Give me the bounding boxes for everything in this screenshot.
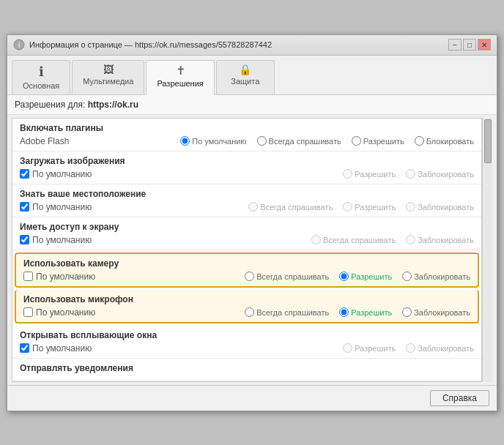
screen-block[interactable]: Заблокировать — [406, 235, 474, 244]
flash-always-ask-radio[interactable] — [257, 136, 267, 146]
flash-label: Adobe Flash — [20, 136, 108, 146]
microphone-default-checkbox[interactable] — [23, 307, 33, 317]
camera-default-checkbox-label[interactable]: По умолчанию — [23, 272, 95, 282]
section-microphone: Использовать микрофон По умолчанию Всегд… — [15, 290, 479, 324]
perm-row-flash: Adobe Flash По умолчанию Всегда спрашива… — [20, 136, 474, 146]
camera-always-ask-label: Всегда спрашивать — [256, 272, 329, 281]
camera-allow[interactable]: Разрешить — [339, 272, 392, 281]
camera-always-ask-radio[interactable] — [245, 272, 254, 281]
screen-default-checkbox-label[interactable]: По умолчанию — [20, 235, 92, 245]
tab-media-label: Мультимедиа — [83, 77, 133, 86]
camera-always-ask[interactable]: Всегда спрашивать — [245, 272, 329, 281]
location-allow-radio[interactable] — [343, 202, 352, 212]
url-value: https://ok.ru — [88, 100, 138, 110]
microphone-block[interactable]: Заблокировать — [402, 307, 470, 317]
screen-block-label: Заблокировать — [418, 236, 474, 244]
camera-default-checkbox[interactable] — [23, 272, 33, 281]
perm-row-popups: По умолчанию Разрешить Заблокировать — [20, 343, 474, 354]
flash-allow-radio[interactable] — [352, 136, 361, 146]
images-block-label: Заблокировать — [418, 170, 474, 179]
location-block-radio[interactable] — [406, 202, 415, 212]
section-images-title: Загружать изображения — [20, 156, 474, 166]
tab-security-icon: 🔒 — [239, 64, 251, 75]
microphone-allow[interactable]: Разрешить — [339, 307, 392, 317]
images-block-radio[interactable] — [406, 169, 415, 179]
microphone-always-ask-label: Всегда спрашивать — [256, 308, 329, 317]
images-block[interactable]: Заблокировать — [406, 169, 474, 179]
flash-block-radio[interactable] — [415, 136, 424, 146]
popups-allow[interactable]: Разрешить — [343, 343, 396, 353]
section-notifications: Отправлять уведомления — [12, 359, 481, 381]
location-always-ask[interactable]: Всегда спрашивать — [248, 202, 333, 212]
tabs-bar: ℹ Основная 🖼 Мультимедиа ✝ Разрешения 🔒 … — [7, 56, 497, 95]
section-plugins-title: Включать плагины — [20, 123, 474, 133]
titlebar: i Информация о странице — https://ok.ru/… — [7, 35, 497, 56]
location-block[interactable]: Заблокировать — [406, 202, 474, 212]
location-always-ask-radio[interactable] — [248, 202, 258, 212]
tab-basic[interactable]: ℹ Основная — [12, 60, 70, 94]
tab-permissions[interactable]: ✝ Разрешения — [146, 60, 214, 95]
camera-options: Всегда спрашивать Разрешить Заблокироват… — [101, 272, 470, 281]
popups-block-radio[interactable] — [406, 343, 415, 353]
microphone-default-checkbox-label[interactable]: По умолчанию — [23, 307, 95, 318]
window-icon: i — [13, 39, 25, 51]
flash-always-ask-label: Всегда спрашивать — [269, 137, 341, 146]
flash-default-radio[interactable] — [180, 136, 190, 146]
flash-block[interactable]: Блокировать — [415, 136, 474, 146]
location-allow-label: Разрешить — [355, 203, 396, 212]
popups-block[interactable]: Заблокировать — [406, 343, 474, 353]
tab-media[interactable]: 🖼 Мультимедиа — [72, 60, 144, 94]
section-notifications-title: Отправлять уведомления — [20, 363, 474, 373]
images-default-checkbox[interactable] — [20, 169, 29, 179]
images-default-checkbox-label[interactable]: По умолчанию — [20, 169, 92, 179]
section-popups: Открывать всплывающие окна По умолчанию … — [12, 326, 481, 359]
camera-allow-label: Разрешить — [351, 272, 392, 281]
screen-block-radio[interactable] — [406, 235, 415, 244]
close-button[interactable]: ✕ — [478, 39, 491, 51]
url-bar: Разрешения для: https://ok.ru — [7, 95, 497, 115]
scrollbar-thumb[interactable] — [484, 119, 492, 163]
images-allow-radio[interactable] — [343, 169, 352, 179]
location-block-label: Заблокировать — [418, 203, 474, 212]
help-button[interactable]: Справка — [430, 390, 489, 406]
minimize-button[interactable]: − — [448, 39, 462, 51]
flash-allow[interactable]: Разрешить — [352, 136, 404, 146]
screen-always-ask-radio[interactable] — [311, 235, 321, 244]
section-screen: Иметь доступ к экрану По умолчанию Всегд… — [12, 217, 481, 250]
camera-block-radio[interactable] — [402, 272, 412, 281]
camera-block[interactable]: Заблокировать — [402, 272, 470, 281]
location-default-checkbox-label[interactable]: По умолчанию — [20, 202, 92, 212]
section-location: Знать ваше местоположение По умолчанию В… — [12, 184, 481, 217]
tab-basic-icon: ℹ — [39, 64, 44, 80]
flash-always-ask[interactable]: Всегда спрашивать — [257, 136, 341, 146]
location-allow[interactable]: Разрешить — [343, 202, 396, 212]
popups-default-checkbox[interactable] — [20, 343, 29, 353]
maximize-button[interactable]: □ — [463, 39, 476, 51]
images-allow-label: Разрешить — [355, 170, 396, 179]
section-plugins: Включать плагины Adobe Flash По умолчани… — [12, 119, 481, 152]
content-area: Включать плагины Adobe Flash По умолчани… — [7, 115, 497, 385]
popups-allow-radio[interactable] — [343, 343, 352, 353]
tab-permissions-label: Разрешения — [157, 79, 203, 88]
screen-always-ask-label: Всегда спрашивать — [323, 236, 396, 244]
screen-always-ask[interactable]: Всегда спрашивать — [311, 235, 396, 244]
popups-default-checkbox-label[interactable]: По умолчанию — [20, 343, 92, 354]
section-microphone-title: Использовать микрофон — [23, 294, 470, 304]
scrollbar-track[interactable] — [482, 118, 492, 382]
microphone-always-ask-radio[interactable] — [245, 307, 254, 317]
svg-text:i: i — [18, 41, 20, 49]
tab-security-label: Защита — [231, 77, 259, 86]
tab-security[interactable]: 🔒 Защита — [216, 60, 275, 94]
permissions-list: Включать плагины Adobe Flash По умолчани… — [12, 118, 482, 382]
camera-default-label: По умолчанию — [36, 272, 95, 282]
images-allow[interactable]: Разрешить — [343, 169, 396, 179]
perm-row-camera: По умолчанию Всегда спрашивать Разрешить — [23, 272, 470, 282]
location-default-checkbox[interactable] — [20, 202, 29, 212]
microphone-block-radio[interactable] — [402, 307, 412, 317]
section-images: Загружать изображения По умолчанию Разре… — [12, 152, 481, 184]
flash-default[interactable]: По умолчанию — [180, 136, 246, 146]
microphone-allow-radio[interactable] — [339, 307, 349, 317]
screen-default-checkbox[interactable] — [20, 235, 29, 244]
camera-allow-radio[interactable] — [339, 272, 349, 281]
microphone-always-ask[interactable]: Всегда спрашивать — [245, 307, 329, 317]
